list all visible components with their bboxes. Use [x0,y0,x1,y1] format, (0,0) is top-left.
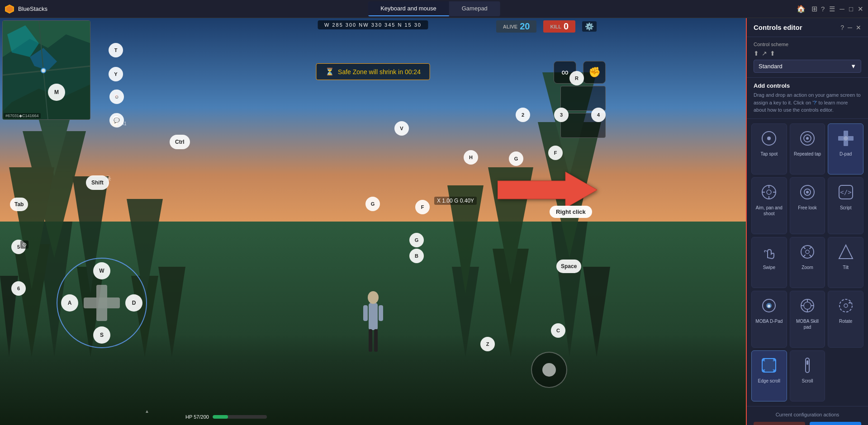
controls-grid: Tap spot Repeated tap [747,119,868,406]
control-dpad[interactable]: D-pad [828,123,863,175]
control-swipe[interactable]: Swipe [751,237,787,288]
control-script[interactable]: </> Script [828,177,863,234]
key-w[interactable]: W [93,262,110,279]
key-t[interactable]: T [109,43,123,57]
script-icon: </> [836,182,856,202]
hp-fill-inner [213,415,228,419]
control-moba-skill[interactable]: MOBA Skill pad [790,291,825,348]
moba-dpad-label: MOBA D-Pad [755,318,783,324]
moba-skill-label: MOBA Skill pad [792,318,823,330]
key-r[interactable]: R [569,71,584,85]
svg-point-68 [804,302,811,309]
info-link[interactable]: ? [813,100,816,105]
key-d[interactable]: D [125,294,142,312]
key-a[interactable]: A [61,294,78,312]
footer-buttons: Reset Save [754,422,861,425]
control-rotate[interactable]: Rotate [828,291,863,348]
key-g3[interactable]: G [409,233,424,247]
moba-skill-icon [797,296,817,316]
tilt-icon [836,242,856,262]
key-space[interactable]: Space [556,260,581,273]
right-click-label: Right click [550,206,592,218]
key-g2[interactable]: G [365,197,380,211]
layout-icon[interactable]: ⊞ [811,5,817,13]
tilt-label: Tilt [843,264,849,270]
key-6[interactable]: 6 [11,281,26,296]
home-icon[interactable]: 🏠 [797,5,806,13]
control-free-look[interactable]: Free look [790,177,825,234]
down-arrow-indicator: ▲ [145,409,149,414]
alive-status: ALIVE 20 [496,20,537,33]
panel-footer: Current configuration actions Reset Save [747,406,868,425]
scroll-icon [797,355,817,375]
help-icon[interactable]: ? [821,5,825,13]
control-tap-spot[interactable]: Tap spot [751,123,787,175]
chat-button[interactable]: 💬 [109,113,124,128]
free-look-icon [797,182,817,202]
panel-help-icon[interactable]: ? [840,24,844,31]
key-f2[interactable]: F [415,200,430,214]
control-tilt[interactable]: Tilt [828,237,863,288]
scroll-label: Scroll [802,378,813,384]
key-5-widget: ⊙ [20,241,28,249]
tap-spot-icon [759,128,779,148]
panel-info: Add controls Drag and drop an action on … [747,78,868,119]
svg-rect-21 [369,303,378,330]
key-h[interactable]: H [464,150,478,165]
player-character [360,285,387,357]
panel-close-icon[interactable]: ✕ [856,24,861,31]
kill-status: KILL 0 [543,20,575,33]
key-3[interactable]: 3 [554,108,569,122]
close-icon[interactable]: ✕ [858,5,863,13]
tab-keyboard-mouse[interactable]: Keyboard and mouse [368,1,449,16]
scheme-share-icon[interactable]: ↗ [762,50,767,57]
control-edge-scroll[interactable]: Edge scroll [751,350,787,401]
scheme-upload-icon[interactable]: ⬆ [754,50,759,57]
key-b[interactable]: B [409,249,424,263]
svg-point-41 [767,137,771,140]
app-window: BlueStacks 🏠 ⊞ Keyboard and mouse Gamepa… [0,0,868,425]
control-scroll[interactable]: Scroll [790,350,825,401]
key-4[interactable]: 4 [591,108,606,122]
key-2[interactable]: 2 [516,108,530,122]
key-tab[interactable]: Tab [10,198,28,211]
footer-label: Current configuration actions [754,412,861,417]
minimize-icon[interactable]: ─ [840,5,844,13]
key-ctrl[interactable]: Ctrl [170,135,190,149]
safe-zone-message: ⏳ Safe Zone will shrink in 00:24 [316,63,430,80]
settings-hud-button[interactable]: ⚙️ [582,21,597,32]
panel-scheme: Control scheme ⬆ ↗ ⬆ Standard ▼ [747,37,868,78]
key-m[interactable]: M [48,84,65,101]
key-s[interactable]: S [93,326,110,344]
scheme-settings-icon[interactable]: ⬆ [770,50,775,57]
maximize-icon[interactable]: □ [849,5,853,13]
key-g1[interactable]: G [509,151,523,166]
reset-button[interactable]: Reset [754,422,805,425]
fist-slot: ✊ [583,61,606,84]
key-y[interactable]: Y [109,67,123,81]
key-c[interactable]: C [551,323,565,338]
save-button[interactable]: Save [810,422,861,425]
menu-icon[interactable]: ☰ [829,5,835,13]
dpad-cross [84,285,120,321]
smiley-button[interactable]: ☺ [109,90,124,104]
script-label: Script [840,205,852,211]
control-aim-pan-shoot[interactable]: Aim, pan and shoot [751,177,787,234]
panel-minimize-icon[interactable]: ─ [848,24,852,31]
controls-panel: Controls editor ? ─ ✕ Control scheme ⬆ ↗… [746,18,868,425]
panel-header-icons: ? ─ ✕ [840,24,861,31]
joystick[interactable] [531,352,567,388]
key-z[interactable]: Z [480,337,495,351]
control-zoom[interactable]: Zoom [790,237,825,288]
control-moba-dpad[interactable]: ⊕ MOBA D-Pad [751,291,787,348]
free-look-label: Free look [798,205,817,211]
coords-label: X 1.00 G 0.40Y [434,197,477,205]
tab-gamepad[interactable]: Gamepad [449,1,500,16]
control-repeated-tap[interactable]: Repeated tap [790,123,825,175]
key-f1[interactable]: F [548,146,563,160]
svg-rect-77 [806,358,809,373]
key-v[interactable]: V [394,121,409,136]
scheme-select[interactable]: Standard ▼ [754,60,861,73]
svg-point-61 [801,246,814,258]
moba-dpad-icon: ⊕ [759,296,779,316]
